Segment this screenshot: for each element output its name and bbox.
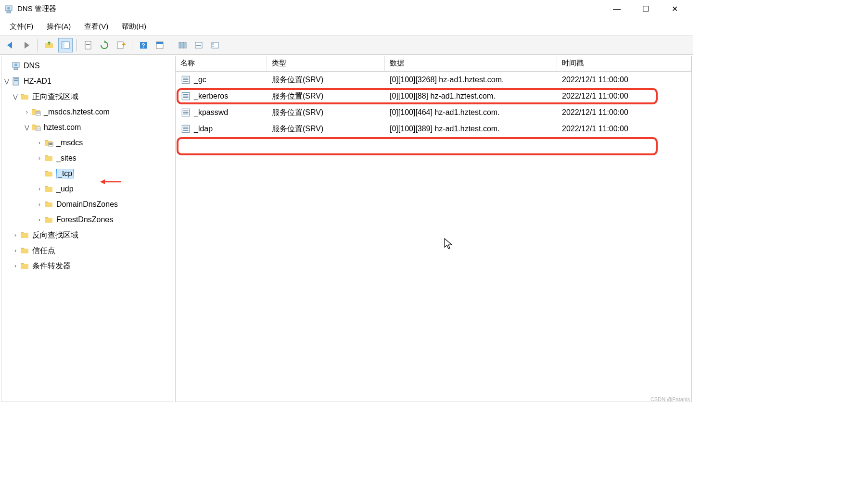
record-name: _kerberos xyxy=(194,92,228,101)
tree-sub-tcp[interactable]: _tcp xyxy=(1,166,173,181)
twisty-collapsed-icon[interactable]: › xyxy=(35,139,44,146)
properties-button[interactable] xyxy=(153,38,167,52)
record-timestamp: 2022/12/1 11:00:00 xyxy=(562,108,628,117)
back-icon xyxy=(5,40,15,50)
dns-icon xyxy=(11,61,21,71)
tree-forward-zones[interactable]: ⋁ 正向查找区域 xyxy=(1,89,173,104)
record-data: [0][100][3268] hz-ad1.hztest.com. xyxy=(390,76,504,84)
column-type[interactable]: 类型 xyxy=(267,56,385,71)
twisty-collapsed-icon[interactable]: › xyxy=(11,263,20,269)
record-timestamp: 2022/12/1 11:00:00 xyxy=(562,76,628,84)
folder-icon xyxy=(20,261,29,271)
folder-icon xyxy=(20,92,29,101)
twisty-expanded-icon[interactable]: ⋁ xyxy=(23,124,31,131)
record-row[interactable]: _ldap 服务位置(SRV) [0][100][389] hz-ad1.hzt… xyxy=(176,121,691,137)
export-button[interactable] xyxy=(114,38,128,52)
tree-label: DomainDnsZones xyxy=(56,200,118,209)
watermark: CSDN @Patanis xyxy=(650,396,690,402)
tree-trust-points[interactable]: › 信任点 xyxy=(1,243,173,258)
forward-button[interactable] xyxy=(19,38,34,52)
menu-help[interactable]: 帮助(H) xyxy=(115,19,153,34)
forward-icon xyxy=(22,40,31,50)
twisty-collapsed-icon[interactable]: › xyxy=(35,186,44,192)
record-timestamp: 2022/12/1 11:00:00 xyxy=(562,125,628,133)
server-icon xyxy=(11,76,21,86)
tree-sub-forestdnszones[interactable]: › ForestDnsZones xyxy=(1,212,173,227)
twisty-collapsed-icon[interactable]: › xyxy=(35,155,44,162)
folder-icon xyxy=(44,215,53,225)
folder-up-icon xyxy=(44,40,54,50)
record-row[interactable]: _gc 服务位置(SRV) [0][100][3268] hz-ad1.hzte… xyxy=(176,72,691,88)
twisty-collapsed-icon[interactable]: › xyxy=(23,109,31,115)
zone-icon xyxy=(31,107,41,117)
record-icon xyxy=(180,124,191,134)
menu-bar: 文件(F) 操作(A) 查看(V) 帮助(H) xyxy=(0,18,693,36)
minimize-button[interactable]: — xyxy=(602,0,631,18)
document-icon xyxy=(83,40,93,50)
toolbar xyxy=(0,36,693,55)
back-button[interactable] xyxy=(3,38,17,52)
tree-reverse-zones[interactable]: › 反向查找区域 xyxy=(1,227,173,243)
list-pane: 名称 类型 数据 时间戳 _gc 服务位置(SRV) [0][100][3268… xyxy=(175,56,692,402)
record-row[interactable]: _kpasswd 服务位置(SRV) [0][100][464] hz-ad1.… xyxy=(176,104,691,121)
tree-label: hztest.com xyxy=(44,123,81,132)
record-icon xyxy=(180,107,191,118)
show-tree-button[interactable] xyxy=(58,38,73,52)
tree-server[interactable]: ⋁ HZ-AD1 xyxy=(1,74,173,89)
columns-button[interactable] xyxy=(175,38,190,52)
twisty-collapsed-icon[interactable]: › xyxy=(35,201,44,208)
tree-label: _sites xyxy=(56,154,76,163)
refresh-button[interactable] xyxy=(97,38,112,52)
zone-icon xyxy=(31,123,41,132)
record-icon xyxy=(180,75,191,85)
tree-zone-msdcs[interactable]: › _msdcs.hztest.com xyxy=(1,104,173,120)
up-button[interactable] xyxy=(42,38,56,52)
tree-sub-udp[interactable]: › _udp xyxy=(1,181,173,197)
twisty-collapsed-icon[interactable]: › xyxy=(35,216,44,223)
tree-root-dns[interactable]: DNS xyxy=(1,58,173,74)
list-header: 名称 类型 数据 时间戳 xyxy=(176,56,691,72)
list-view-button[interactable] xyxy=(191,38,206,52)
column-timestamp[interactable]: 时间戳 xyxy=(557,56,691,71)
tree: DNS ⋁ HZ-AD1 ⋁ 正向查找区域 › _msdcs.hztest.co… xyxy=(1,56,173,276)
column-data[interactable]: 数据 xyxy=(385,56,557,71)
title-bar: DNS 管理器 — ☐ ✕ xyxy=(0,0,693,18)
tree-pane[interactable]: DNS ⋁ HZ-AD1 ⋁ 正向查找区域 › _msdcs.hztest.co… xyxy=(1,56,173,402)
help-button[interactable] xyxy=(136,38,151,52)
twisty-expanded-icon[interactable]: ⋁ xyxy=(2,78,11,85)
close-button[interactable]: ✕ xyxy=(660,0,689,18)
record-row[interactable]: _kerberos 服务位置(SRV) [0][100][88] hz-ad1.… xyxy=(176,88,691,104)
menu-action[interactable]: 操作(A) xyxy=(40,19,77,34)
tree-label: 正向查找区域 xyxy=(32,92,78,102)
list-rows: _gc 服务位置(SRV) [0][100][3268] hz-ad1.hzte… xyxy=(176,72,691,137)
twisty-collapsed-icon[interactable]: › xyxy=(11,247,20,254)
window-controls: — ☐ ✕ xyxy=(602,0,689,18)
column-name[interactable]: 名称 xyxy=(176,56,267,71)
record-name: _kpasswd xyxy=(194,108,228,117)
record-type: 服务位置(SRV) xyxy=(272,124,323,134)
main-area: DNS ⋁ HZ-AD1 ⋁ 正向查找区域 › _msdcs.hztest.co… xyxy=(0,55,693,403)
folder-icon xyxy=(44,184,53,194)
tree-label: _msdcs.hztest.com xyxy=(44,108,110,116)
twisty-expanded-icon[interactable]: ⋁ xyxy=(11,93,20,100)
folder-icon xyxy=(20,230,29,240)
tree-sub-sites[interactable]: › _sites xyxy=(1,151,173,166)
export-icon xyxy=(116,40,126,50)
tree-zone-hztest[interactable]: ⋁ hztest.com xyxy=(1,120,173,135)
tree-sub-msdcs[interactable]: › _msdcs xyxy=(1,135,173,151)
maximize-button[interactable]: ☐ xyxy=(631,0,660,18)
tree-conditional-forwarders[interactable]: › 条件转发器 xyxy=(1,258,173,274)
panel-icon xyxy=(61,40,70,50)
tree-label: 信任点 xyxy=(32,246,55,256)
tree-label: 反向查找区域 xyxy=(32,230,78,240)
menu-view[interactable]: 查看(V) xyxy=(77,19,115,34)
toolbar-separator xyxy=(38,39,38,51)
tree-sub-domaindnszones[interactable]: › DomainDnsZones xyxy=(1,197,173,212)
folder-icon xyxy=(44,200,53,209)
menu-file[interactable]: 文件(F) xyxy=(3,19,40,34)
twisty-collapsed-icon[interactable]: › xyxy=(11,232,20,239)
new-window-button[interactable] xyxy=(81,38,95,52)
folder-icon xyxy=(44,169,53,178)
detail-view-button[interactable] xyxy=(208,38,222,52)
window-title: DNS 管理器 xyxy=(17,4,602,13)
